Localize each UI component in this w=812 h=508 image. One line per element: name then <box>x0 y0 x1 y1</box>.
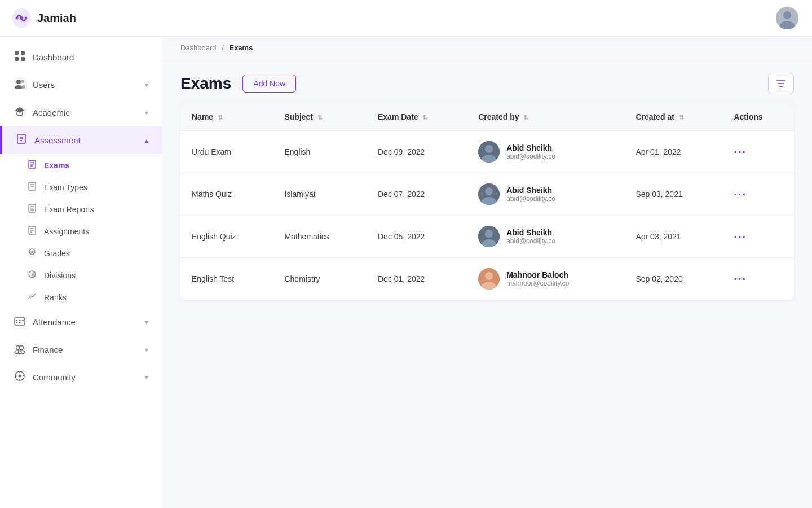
svg-point-11 <box>16 80 21 84</box>
row-actions-button[interactable]: ··· <box>734 230 747 243</box>
svg-rect-39 <box>19 320 21 321</box>
cell-actions: ··· <box>722 131 794 173</box>
attendance-icon <box>14 315 26 329</box>
svg-rect-9 <box>15 57 19 61</box>
sidebar-sub-item-exam-reports[interactable]: Exam Reports <box>0 198 162 220</box>
creator-email: mahnoor@codility.co <box>506 279 569 287</box>
page-header-row: Exams Add New <box>162 59 812 103</box>
chevron-down-icon: ▾ <box>145 374 148 382</box>
svg-point-57 <box>485 145 493 153</box>
cell-created-by: Abid Sheikh abid@codility.co <box>467 173 624 216</box>
avatar-svg <box>478 141 500 163</box>
svg-point-13 <box>21 80 24 83</box>
creator-avatar <box>478 183 500 205</box>
exam-types-icon <box>27 182 37 192</box>
exam-reports-icon <box>27 204 37 214</box>
creator-avatar <box>478 141 500 163</box>
svg-marker-35 <box>30 250 34 254</box>
logo-icon <box>11 8 32 28</box>
sidebar-sub-item-exams[interactable]: Exams <box>0 154 162 176</box>
exams-table: Name ⇅ Subject ⇅ Exam Date ⇅ <box>180 103 794 300</box>
sidebar-item-finance[interactable]: Finance ▾ <box>0 336 162 364</box>
cell-created-by: Abid Sheikh abid@codility.co <box>467 216 624 258</box>
layout: Dashboard Users ▾ Academic ▾ Assessment … <box>0 37 812 508</box>
creator-avatar <box>478 268 500 290</box>
sidebar-item-label: Users <box>33 80 55 90</box>
creator-email: abid@codility.co <box>506 195 555 203</box>
table-header-row: Name ⇅ Subject ⇅ Exam Date ⇅ <box>180 103 794 131</box>
sidebar-item-academic[interactable]: Academic ▾ <box>0 99 162 126</box>
sidebar-item-assessment[interactable]: Assessment ▴ <box>0 126 162 154</box>
cell-created-by: Mahnoor Baloch mahnoor@codility.co <box>467 258 624 300</box>
cell-actions: ··· <box>722 258 794 300</box>
row-actions-button[interactable]: ··· <box>734 273 747 286</box>
sidebar-sub-item-grades[interactable]: Grades <box>0 242 162 264</box>
assessment-sub-menu: Exams Exam Types Exam Reports Assignment… <box>0 154 162 308</box>
avatar-image <box>776 7 798 29</box>
sidebar-item-dashboard[interactable]: Dashboard <box>0 43 162 71</box>
filter-btn-wrap <box>768 73 794 94</box>
svg-rect-37 <box>15 318 25 325</box>
sidebar-sub-item-exam-types[interactable]: Exam Types <box>0 176 162 198</box>
filter-icon <box>775 78 787 89</box>
sidebar-item-label: Community <box>33 373 76 382</box>
cell-subject: Mathematics <box>273 216 367 258</box>
filter-button[interactable] <box>768 73 794 94</box>
chevron-up-icon: ▴ <box>145 137 148 144</box>
top-header: Jamiah <box>0 0 812 37</box>
sidebar-item-attendance[interactable]: Attendance ▾ <box>0 308 162 336</box>
sort-icon-created-by[interactable]: ⇅ <box>523 114 528 121</box>
svg-rect-38 <box>16 320 17 321</box>
cell-exam-date: Dec 05, 2022 <box>367 216 467 258</box>
cell-name: English Quiz <box>180 216 273 258</box>
sidebar-item-users[interactable]: Users ▾ <box>0 71 162 99</box>
cell-name: English Test <box>180 258 273 300</box>
assignments-icon <box>27 226 37 237</box>
svg-point-5 <box>783 11 791 19</box>
sub-item-label: Assignments <box>44 227 89 236</box>
sort-icon-created-at[interactable]: ⇅ <box>679 114 684 121</box>
sort-icon-subject[interactable]: ⇅ <box>317 114 323 121</box>
breadcrumb-current: Exams <box>229 43 253 52</box>
sidebar-sub-item-ranks[interactable]: Ranks <box>0 286 162 308</box>
sidebar-item-community[interactable]: Community ▾ <box>0 364 162 391</box>
col-header-name: Name ⇅ <box>180 103 273 131</box>
table-row: English Quiz Mathematics Dec 05, 2022 Ab… <box>180 216 794 258</box>
svg-rect-10 <box>21 57 25 61</box>
cell-actions: ··· <box>722 216 794 258</box>
sidebar: Dashboard Users ▾ Academic ▾ Assessment … <box>0 37 162 508</box>
row-actions-button[interactable]: ··· <box>734 188 747 201</box>
sort-icon-name[interactable]: ⇅ <box>218 114 223 121</box>
cell-exam-date: Dec 01, 2022 <box>367 258 467 300</box>
sort-icon-exam-date[interactable]: ⇅ <box>422 114 427 121</box>
sub-item-label: Divisions <box>44 271 76 280</box>
assessment-icon <box>15 133 28 147</box>
creator-avatar <box>478 226 500 247</box>
add-new-button[interactable]: Add New <box>242 75 296 93</box>
sidebar-sub-item-assignments[interactable]: Assignments <box>0 220 162 242</box>
svg-point-2 <box>16 17 19 20</box>
creator-name: Abid Sheikh <box>506 143 555 152</box>
cell-subject: Islamiyat <box>273 173 367 216</box>
breadcrumb: Dashboard / Exams <box>162 37 812 59</box>
sidebar-item-label: Academic <box>33 108 70 117</box>
app-name: Jamiah <box>37 12 76 25</box>
table-row: Urdu Exam English Dec 09, 2022 Abid Shei… <box>180 131 794 173</box>
svg-point-3 <box>25 17 28 20</box>
svg-point-1 <box>20 16 23 20</box>
sidebar-item-label: Dashboard <box>33 52 74 62</box>
user-avatar[interactable] <box>776 7 798 29</box>
cell-created-by: Abid Sheikh abid@codility.co <box>467 131 624 173</box>
col-header-exam-date: Exam Date ⇅ <box>367 103 467 131</box>
breadcrumb-separator: / <box>222 43 224 52</box>
breadcrumb-parent[interactable]: Dashboard <box>180 43 217 52</box>
col-header-actions: Actions <box>722 103 794 131</box>
row-actions-button[interactable]: ··· <box>734 146 747 159</box>
creator-info: Mahnoor Baloch mahnoor@codility.co <box>506 270 569 287</box>
col-header-created-by: Created by ⇅ <box>467 103 624 131</box>
sidebar-sub-item-divisions[interactable]: Divisions <box>0 264 162 286</box>
cell-name: Maths Quiz <box>180 173 273 216</box>
svg-rect-42 <box>19 322 21 323</box>
logo-area: Jamiah <box>11 8 76 28</box>
creator-info: Abid Sheikh abid@codility.co <box>506 143 555 160</box>
